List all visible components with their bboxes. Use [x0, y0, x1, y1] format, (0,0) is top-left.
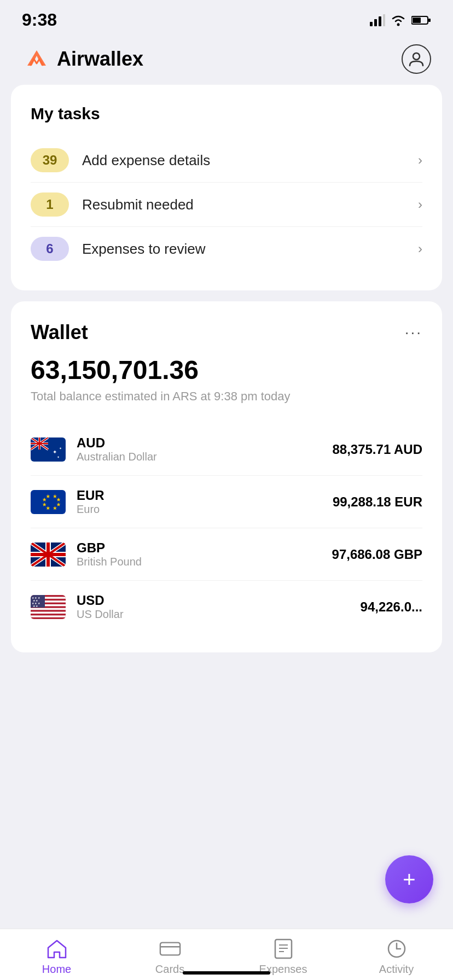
svg-rect-2 [379, 16, 381, 26]
task-badge-resubmit: 1 [31, 192, 69, 217]
currency-amount-eur: 99,288.18 EUR [333, 494, 422, 510]
svg-text:✦: ✦ [59, 447, 62, 450]
task-label-resubmit: Resubmit needed [82, 196, 418, 213]
plus-icon: + [403, 868, 415, 890]
currency-amount-usd: 94,226.0... [361, 599, 422, 615]
nav-label-activity: Activity [379, 963, 414, 976]
status-icons [370, 14, 431, 26]
header: Airwallex [0, 36, 453, 85]
svg-text:✦: ✦ [53, 449, 57, 455]
currency-code-gbp: GBP [77, 540, 332, 556]
currency-row-gbp[interactable]: GBP British Pound 97,686.08 GBP [31, 528, 422, 581]
cards-nav-icon [159, 938, 181, 960]
svg-rect-0 [370, 22, 373, 26]
svg-text:✦: ✦ [57, 456, 60, 459]
profile-button[interactable] [402, 44, 431, 74]
svg-point-4 [397, 23, 400, 26]
wallet-more-button[interactable]: ··· [405, 324, 422, 341]
currency-amount-aud: 88,375.71 AUD [332, 442, 422, 457]
currency-code-aud: AUD [77, 435, 332, 451]
svg-rect-3 [383, 14, 385, 26]
nav-item-activity[interactable]: Activity [340, 938, 453, 976]
nav-item-expenses[interactable]: Expenses [226, 938, 340, 976]
currency-row-usd[interactable]: ★ ★ ★ ★ ★ ★ ★ ★ ★ ★ USD US Dollar 94,226… [31, 581, 422, 633]
svg-text:★ ★: ★ ★ [33, 604, 38, 608]
tasks-title: My tasks [31, 104, 422, 123]
svg-rect-7 [413, 18, 421, 23]
task-item-add-expense[interactable]: 39 Add expense details › [31, 138, 422, 183]
currency-info-aud: AUD Australian Dollar [77, 435, 332, 463]
task-item-expenses-review[interactable]: 6 Expenses to review › [31, 227, 422, 271]
status-bar: 9:38 [0, 0, 453, 36]
flag-aud: ✦ ✦ ✦ [31, 438, 66, 462]
nav-label-cards: Cards [155, 963, 184, 976]
expenses-nav-icon [272, 938, 294, 960]
chevron-icon-resubmit: › [418, 197, 422, 212]
flag-usd: ★ ★ ★ ★ ★ ★ ★ ★ ★ ★ [31, 595, 66, 619]
nav-item-home[interactable]: Home [0, 938, 113, 976]
home-nav-icon [46, 938, 68, 960]
nav-item-cards[interactable]: Cards [113, 938, 226, 976]
currency-info-eur: EUR Euro [77, 488, 333, 516]
wallet-balance: 63,150,701.36 [31, 355, 422, 385]
svg-rect-1 [374, 19, 377, 26]
task-item-resubmit[interactable]: 1 Resubmit needed › [31, 183, 422, 227]
svg-rect-44 [31, 608, 66, 609]
svg-point-8 [413, 53, 420, 60]
flag-eur [31, 490, 66, 514]
currency-code-eur: EUR [77, 488, 333, 503]
status-time: 9:38 [22, 10, 57, 30]
currency-name-usd: US Dollar [77, 608, 361, 621]
wallet-header: Wallet ··· [31, 321, 422, 344]
add-fab-button[interactable]: + [385, 855, 433, 903]
wallet-title: Wallet [31, 321, 88, 344]
airwallex-logo-icon [22, 48, 51, 70]
currency-info-usd: USD US Dollar [77, 593, 361, 621]
task-badge-add-expense: 39 [31, 148, 69, 172]
svg-rect-22 [31, 490, 66, 514]
wallet-subtitle: Total balance estimated in ARS at 9:38 p… [31, 389, 422, 404]
logo-text: Airwallex [57, 48, 143, 71]
currency-row-aud[interactable]: ✦ ✦ ✦ AUD Australian Dollar 88,375.71 AU… [31, 423, 422, 476]
tasks-card: My tasks 39 Add expense details › 1 Resu… [11, 85, 442, 290]
wallet-card: Wallet ··· 63,150,701.36 Total balance e… [11, 301, 442, 652]
currency-name-aud: Australian Dollar [77, 451, 332, 463]
currency-name-gbp: British Pound [77, 556, 332, 568]
home-indicator [183, 971, 270, 975]
logo: Airwallex [22, 48, 143, 71]
task-badge-expenses-review: 6 [31, 237, 69, 261]
svg-rect-46 [31, 615, 66, 617]
currency-name-eur: Euro [77, 503, 333, 516]
profile-icon [408, 50, 425, 68]
nav-label-home: Home [42, 963, 71, 976]
chevron-icon-add-expense: › [418, 153, 422, 168]
wifi-icon [391, 14, 406, 26]
currency-code-usd: USD [77, 593, 361, 608]
svg-rect-45 [31, 611, 66, 613]
svg-rect-52 [160, 943, 179, 955]
currency-amount-gbp: 97,686.08 GBP [332, 547, 422, 562]
currency-info-gbp: GBP British Pound [77, 540, 332, 568]
svg-rect-6 [428, 19, 431, 22]
activity-nav-icon [386, 938, 408, 960]
chevron-icon-expenses-review: › [418, 241, 422, 256]
flag-gbp [31, 542, 66, 567]
task-label-expenses-review: Expenses to review [82, 241, 418, 258]
signal-icon [370, 14, 385, 26]
task-label-add-expense: Add expense details [82, 152, 418, 169]
currency-row-eur[interactable]: EUR Euro 99,288.18 EUR [31, 476, 422, 528]
battery-icon [411, 15, 431, 25]
